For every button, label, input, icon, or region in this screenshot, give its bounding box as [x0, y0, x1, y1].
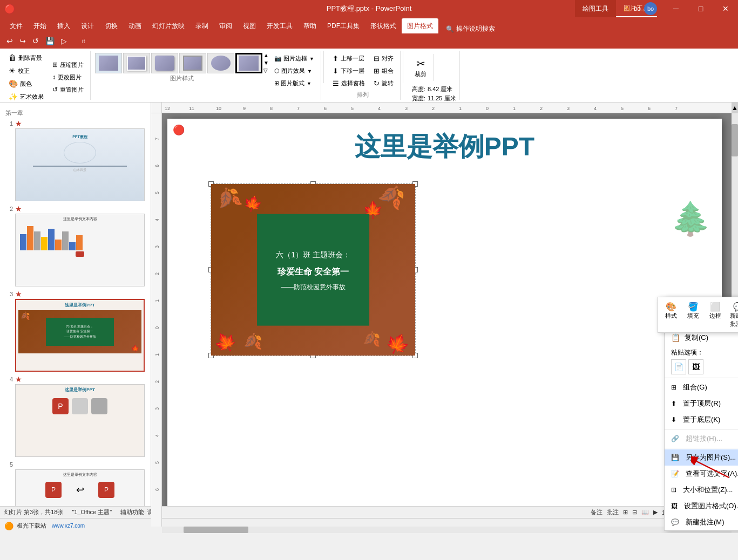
notes-btn[interactable]: 备注	[591, 508, 602, 516]
taskbar-icon: 🟠	[4, 522, 13, 530]
tab-insert[interactable]: 插入	[52, 18, 76, 33]
tab-home[interactable]: 开始	[28, 18, 52, 33]
hscroll-thumb[interactable]	[184, 527, 248, 533]
group-btn[interactable]: ⊞组合	[370, 65, 397, 77]
ctx-bring-front[interactable]: ⬆ 置于顶层(R) ▶	[665, 395, 738, 412]
svg-text:3: 3	[567, 106, 570, 111]
artistic-effects-btn[interactable]: ✨艺术效果	[5, 91, 47, 103]
separator-1	[665, 378, 738, 378]
copy-icon: 📋	[671, 333, 680, 342]
paste-icon-1[interactable]: 📄	[671, 359, 686, 374]
slide-thumb-1[interactable]: 1 ★ PPT教程 山水风景	[4, 119, 146, 201]
minimize-button[interactable]: ─	[663, 0, 688, 17]
tab-help[interactable]: 帮助	[298, 18, 322, 33]
pic-style-scroll-down[interactable]: ▼	[263, 60, 269, 66]
pic-style-6-selected[interactable]	[235, 53, 262, 73]
slide-thumb-3[interactable]: 3 ★ 这里是举例PPT 六(1)班 主题班会：珍爱生命 安全第一——防范校园意…	[4, 290, 146, 372]
tab-review[interactable]: 审阅	[214, 18, 238, 33]
office-icon: 🔴	[173, 124, 185, 136]
view-normal[interactable]: ⊞	[623, 509, 628, 516]
ctx-format-picture[interactable]: 🖼 设置图片格式(O)...	[665, 498, 738, 514]
pic-style-1[interactable]	[95, 53, 122, 73]
paste-icon-2[interactable]: 🖼	[688, 359, 703, 374]
star-1: ★	[15, 119, 22, 128]
status-bar: 幻灯片 第3张，共18张 "1_Office 主题" 辅助功能: 调查 备注 批…	[0, 506, 738, 518]
mini-tb-style[interactable]: 🎨样式	[660, 299, 682, 330]
scrollbar-horizontal[interactable]	[162, 527, 732, 533]
qa-undo[interactable]: ↩	[4, 36, 15, 46]
tab-design[interactable]: 设计	[76, 18, 99, 33]
remove-background-btn[interactable]: 🗑删除背景	[5, 52, 47, 64]
change-pic-btn[interactable]: ↕更改图片	[49, 72, 87, 83]
close-button[interactable]: ✕	[713, 0, 738, 17]
corrections-btn[interactable]: ☀校正	[5, 65, 47, 77]
blackboard-image: 🍂 🍁 🍂 🍁 🍁 🍂 🍁 🍂 六（1）班 主题班会： 珍爱生命 安全第一	[211, 184, 415, 356]
pic-style-expand[interactable]: ▽	[263, 68, 269, 73]
mini-tb-border[interactable]: ⬜边框	[705, 299, 726, 330]
pic-style-3[interactable]	[151, 53, 178, 73]
pic-effects-btn[interactable]: ⬡ 图片效果▼	[271, 65, 317, 77]
align-btn[interactable]: ⊟对齐	[370, 53, 397, 64]
svg-text:7: 7	[154, 138, 160, 140]
view-slideshow[interactable]: ▶	[653, 509, 658, 516]
slide-num-3: 3	[4, 290, 13, 297]
selected-image-container[interactable]: 🍂 🍁 🍂 🍁 🍁 🍂 🍁 🍂 六（1）班 主题班会： 珍爱生命 安全第一	[211, 183, 416, 356]
view-reading[interactable]: 📖	[641, 509, 649, 516]
mini-tb-comment[interactable]: 💬新建批注	[727, 299, 738, 330]
pic-border-btn[interactable]: 📷 图片边框▼	[271, 53, 317, 64]
tab-developer[interactable]: 开发工具	[261, 18, 298, 33]
blackboard-line3: ——防范校园意外事故	[281, 280, 346, 293]
svg-text:4: 4	[594, 106, 597, 111]
ribbon-group-picture-styles: ▲ ▼ ▽ 图片样式 📷 图片边框▼ ⬡ 图片效果▼ ⊞ 图片版式▼	[92, 51, 321, 100]
scroll-up-btn[interactable]: ▲	[732, 103, 738, 113]
slide-thumb-2[interactable]: 2 ★ 这里是举例文本内容	[4, 204, 146, 286]
qa-refresh[interactable]: ↺	[30, 36, 41, 46]
qa-save[interactable]: 💾	[43, 36, 57, 46]
pic-layout-btn[interactable]: ⊞ 图片版式▼	[271, 78, 317, 89]
comments-btn[interactable]: 批注	[607, 508, 619, 516]
slide-thumb-4[interactable]: 4 ★ 这里是举例PPT P	[4, 375, 146, 457]
tab-shape-format[interactable]: 形状格式	[365, 18, 402, 33]
selection-pane-btn[interactable]: ☰选择窗格	[329, 78, 368, 89]
width-input-row: 宽度: 11.25 厘米	[412, 94, 456, 103]
tab-pdf[interactable]: PDF工具集	[322, 18, 365, 33]
pic-style-2[interactable]	[123, 53, 150, 73]
drawing-tools-tab[interactable]: 绘图工具	[575, 0, 616, 17]
slide-panel: 第一章 1 ★ PPT教程 山水风景	[0, 103, 151, 533]
ctx-alt-text[interactable]: 📝 查看可选文字(A)...	[665, 466, 738, 482]
pic-style-5[interactable]	[207, 53, 234, 73]
qa-redo[interactable]: ↪	[17, 36, 28, 46]
ctx-size-position[interactable]: ⊡ 大小和位置(Z)...	[665, 482, 738, 498]
ctx-new-comment[interactable]: 💬 新建批注(M)	[665, 514, 738, 530]
height-value: 8.42 厘米	[428, 85, 452, 93]
bring-forward-btn[interactable]: ⬆上移一层	[329, 53, 368, 64]
height-label: 高度:	[412, 85, 425, 93]
send-backward-btn[interactable]: ⬇下移一层	[329, 65, 368, 77]
rotate-btn[interactable]: ↻旋转	[370, 78, 397, 89]
mini-tb-fill[interactable]: 🪣填充	[682, 299, 704, 330]
color-btn[interactable]: 🎨颜色	[5, 78, 47, 90]
tab-record[interactable]: 录制	[190, 18, 214, 33]
tab-picture-format[interactable]: 图片格式	[402, 18, 438, 33]
qa-present[interactable]: ▷	[59, 36, 69, 46]
tab-transitions[interactable]: 切换	[99, 18, 123, 33]
maximize-button[interactable]: □	[688, 0, 713, 17]
slide-img-4: 这里是举例PPT P	[15, 384, 145, 457]
tab-slideshow[interactable]: 幻灯片放映	[147, 18, 190, 33]
reset-pic-btn[interactable]: ↺重置图片	[49, 84, 87, 95]
compress-pic-btn[interactable]: ⊞压缩图片	[49, 59, 87, 71]
svg-text:6: 6	[324, 106, 327, 111]
pic-style-4[interactable]	[179, 53, 206, 73]
scroll-thumb[interactable]	[732, 124, 738, 156]
view-slide-sorter[interactable]: ⊟	[632, 509, 637, 516]
tab-file[interactable]: 文件	[4, 18, 28, 33]
tell-me-search[interactable]: 🔍操作说明搜索	[441, 24, 500, 33]
ctx-send-back[interactable]: ⬇ 置于底层(K) ▶	[665, 412, 738, 428]
ctx-group[interactable]: ⊞ 组合(G) ▶	[665, 379, 738, 395]
tab-view[interactable]: 视图	[238, 18, 261, 33]
slide-num-1: 1	[4, 119, 13, 127]
tab-animations[interactable]: 动画	[123, 18, 147, 33]
pic-style-scroll-up[interactable]: ▲	[263, 53, 269, 58]
crop-btn[interactable]: ✂ 裁剪	[409, 52, 440, 83]
ctx-save-as-image[interactable]: 💾 另存为图片(S)...	[665, 449, 738, 466]
